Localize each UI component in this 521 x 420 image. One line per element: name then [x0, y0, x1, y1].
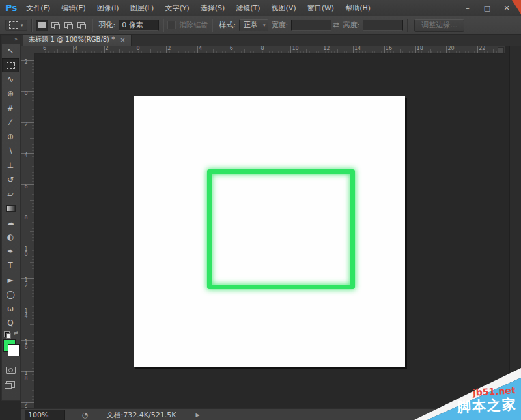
status-bar: 100% ◔ 文档:732.4K/521.5K ▶	[21, 408, 521, 420]
antialias-checkbox[interactable]	[167, 21, 176, 29]
panel-dock-edge	[509, 34, 521, 420]
maximize-icon[interactable]: □	[482, 4, 492, 12]
path-selection-tool[interactable]: ►	[2, 273, 19, 287]
brush-tool-icon: ∖	[8, 147, 13, 156]
refine-edge-button[interactable]: 调整边缘…	[414, 19, 464, 32]
quick-selection-tool-icon: ⊛	[7, 89, 14, 98]
canvas-viewport[interactable]	[34, 53, 509, 408]
tool-preset-picker[interactable]: ▾	[5, 20, 27, 31]
width-input[interactable]	[291, 20, 331, 31]
menu-help[interactable]: 帮助(H)	[345, 3, 371, 13]
menu-image[interactable]: 图像(I)	[97, 3, 119, 13]
move-tool[interactable]: ↖	[2, 44, 19, 58]
lasso-tool[interactable]: ∿	[2, 72, 19, 87]
eraser-tool[interactable]: ▱	[2, 187, 19, 201]
brush-tool[interactable]: ∖	[2, 144, 19, 158]
hand-tool[interactable]: ω	[2, 301, 19, 316]
marquee-icon	[9, 21, 18, 29]
pen-tool[interactable]: ✒	[2, 244, 19, 259]
quick-mask-button[interactable]	[2, 364, 19, 376]
move-tool-icon: ↖	[7, 46, 14, 55]
dodge-tool-icon: ◐	[7, 232, 14, 242]
blur-tool[interactable]: ☁	[2, 216, 19, 230]
vruler-label: 1 6	[23, 340, 29, 350]
hruler-label: 6	[43, 46, 46, 52]
document-size-info: 文档:732.4K/521.5K	[107, 410, 176, 420]
menu-view[interactable]: 视图(V)	[272, 3, 296, 13]
add-to-selection-button[interactable]	[49, 20, 61, 31]
eyedropper-tool[interactable]: ⁄	[2, 115, 19, 130]
quick-mask-icon	[6, 367, 16, 374]
menu-window[interactable]: 窗口(W)	[307, 3, 334, 13]
close-icon[interactable]: ✕	[501, 4, 512, 12]
menu-select[interactable]: 选择(S)	[201, 3, 225, 13]
ruler-end-box	[498, 47, 504, 53]
quick-selection-tool[interactable]: ⊛	[2, 87, 19, 101]
menu-type[interactable]: 文字(Y)	[165, 3, 189, 13]
clone-stamp-tool[interactable]: ⊥	[2, 158, 19, 173]
hruler-label: 20	[447, 46, 454, 52]
document-title: 未标题-1 @ 100%(RGB/8) *	[29, 35, 115, 44]
feather-input[interactable]: 0 像素	[119, 20, 159, 31]
divider	[31, 19, 32, 32]
collapse-panel-icon[interactable]: »	[2, 36, 20, 44]
vruler-label: 1 2	[23, 278, 29, 288]
vruler-label: 1 4	[23, 309, 29, 319]
vruler-label: 2	[23, 60, 29, 65]
dodge-tool[interactable]: ◐	[2, 230, 19, 244]
height-input[interactable]	[363, 20, 403, 31]
divider	[407, 19, 408, 32]
default-colors-icon[interactable]	[4, 331, 10, 337]
hruler-label: 12	[323, 46, 330, 52]
menu-filter[interactable]: 滤镜(T)	[236, 3, 260, 13]
lasso-tool-icon: ∿	[7, 75, 14, 84]
style-dropdown[interactable]: 正常 ▾	[239, 19, 269, 31]
gradient-tool[interactable]	[2, 201, 19, 216]
document-tab[interactable]: 未标题-1 @ 100%(RGB/8) * ×	[23, 34, 132, 46]
spot-healing-brush-tool[interactable]: ⊕	[2, 130, 19, 144]
swap-colors-icon[interactable]: ⇄	[14, 330, 18, 336]
zoom-tool[interactable]: Q	[2, 316, 19, 330]
close-tab-icon[interactable]: ×	[120, 36, 125, 44]
rectangular-marquee-tool[interactable]	[2, 58, 19, 72]
blur-tool-icon: ☁	[7, 218, 14, 227]
hruler-label: 2	[167, 46, 171, 52]
new-selection-button[interactable]	[36, 20, 48, 31]
hruler-label: 4	[199, 46, 202, 52]
green-rectangle-shape	[207, 169, 355, 289]
color-swatches: ⇄	[2, 334, 19, 361]
gradient-tool-icon	[6, 205, 16, 212]
screen-mode-button[interactable]	[2, 378, 19, 390]
menu-layer[interactable]: 图层(L)	[130, 3, 154, 13]
minimize-icon[interactable]: –	[462, 4, 473, 12]
background-color-swatch[interactable]	[8, 344, 20, 356]
type-tool[interactable]: T	[2, 259, 19, 273]
history-brush-tool[interactable]: ↺	[2, 173, 19, 187]
subtract-from-selection-button[interactable]	[62, 20, 74, 31]
canvas-document[interactable]	[134, 96, 405, 367]
intersect-selection-icon	[77, 22, 85, 28]
hruler-label: 8	[261, 46, 264, 52]
vruler-label: 4	[23, 153, 29, 158]
hruler-label: 10	[292, 46, 298, 52]
swap-dimensions-icon[interactable]: ⇄	[333, 21, 339, 29]
zoom-level-input[interactable]: 100%	[25, 410, 65, 420]
width-label: 宽度:	[271, 20, 288, 30]
menu-edit[interactable]: 编辑(E)	[61, 3, 86, 13]
vruler-label: 1 0	[23, 247, 29, 257]
hruler-label: 6	[230, 46, 233, 52]
vruler-label: 2	[23, 122, 29, 128]
history-brush-tool-icon: ↺	[7, 175, 14, 184]
hruler-label: 4	[74, 46, 77, 52]
clock-icon: ◔	[82, 411, 89, 419]
chevron-down-icon: ▾	[263, 23, 266, 28]
status-popup-icon[interactable]: ▶	[195, 412, 199, 418]
vruler-label: 0	[23, 91, 29, 96]
intersect-selection-button[interactable]	[75, 20, 87, 31]
height-label: 高度:	[343, 20, 359, 30]
menu-file[interactable]: 文件(F)	[26, 3, 50, 13]
new-selection-icon	[38, 22, 46, 28]
ellipse-tool[interactable]: ◯	[2, 287, 19, 301]
tool-list: ↖∿⊛#⁄⊕∖⊥↺▱☁◐✒T►◯ωQ	[2, 44, 20, 330]
crop-tool[interactable]: #	[2, 101, 19, 115]
